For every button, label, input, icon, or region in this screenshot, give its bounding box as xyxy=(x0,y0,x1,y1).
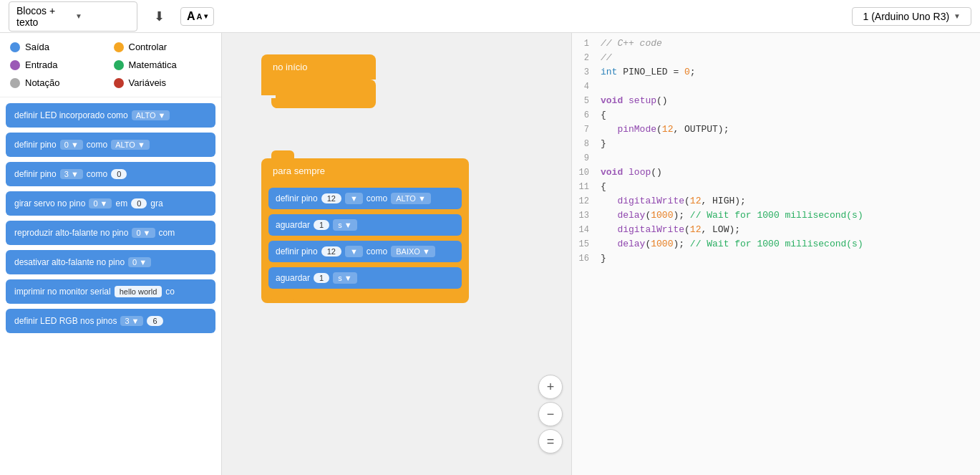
block-buzzer-stop[interactable]: desativar alto-falante no pino 0 ▼ xyxy=(6,250,215,274)
hat-block-container: no início xyxy=(261,54,376,108)
sidebar-item-matematica[interactable]: Matemática xyxy=(114,58,212,72)
mode-selector[interactable]: Blocos + texto ▼ xyxy=(9,1,137,32)
canvas-area[interactable]: no início para sempre definir pino 12 ▼ xyxy=(222,33,571,475)
line-number-11: 11 xyxy=(572,181,601,192)
cb3-state[interactable]: BAIXO ▼ xyxy=(391,246,435,257)
main-content: Saída Controlar Entrada Matemática Notaç… xyxy=(0,33,980,475)
sidebar-item-variaveis[interactable]: Variáveis xyxy=(114,76,212,90)
loop-bottom xyxy=(261,293,469,303)
token-plain xyxy=(601,224,617,235)
download-button[interactable]: ⬇ xyxy=(146,5,172,28)
line-code-6: { xyxy=(601,110,980,120)
block-buzzer-play[interactable]: reproduzir alto-falante no pino 0 ▼ com xyxy=(6,221,215,245)
token-plain: , HIGH); xyxy=(701,196,745,206)
block-serial-print-val[interactable]: hello world xyxy=(115,286,162,297)
token-function: digitalWrite xyxy=(617,224,684,235)
line-code-12: digitalWrite(12, HIGH); xyxy=(601,196,980,206)
loop-bottom-notch xyxy=(271,294,294,303)
block-set-pin-high[interactable]: definir pino 0 ▼ como ALTO ▼ xyxy=(6,133,215,157)
block-servo-deg[interactable]: 0 xyxy=(131,198,147,208)
cb4-text: aguardar xyxy=(276,273,310,283)
block-buzzer-stop-pin[interactable]: 0 ▼ xyxy=(128,257,151,267)
token-plain xyxy=(601,196,617,206)
token-plain: () xyxy=(651,167,662,178)
token-type: int xyxy=(601,67,617,77)
zoom-in-button[interactable]: + xyxy=(538,375,563,399)
block-servo[interactable]: girar servo no pino 0 ▼ em 0 gra xyxy=(6,191,215,216)
block-set-pin-val-text2: como xyxy=(87,169,107,179)
code-line-8: 8} xyxy=(572,138,980,152)
block-set-pin-high-state[interactable]: ALTO ▼ xyxy=(111,140,150,150)
cb1-pin[interactable]: 12 xyxy=(321,193,341,203)
cb2-val[interactable]: 1 xyxy=(314,220,329,230)
line-code-8: } xyxy=(601,138,980,149)
block-set-pin-val[interactable]: definir pino 3 ▼ como 0 xyxy=(6,162,215,186)
token-plain: ; xyxy=(690,67,696,77)
block-set-pin-val-text1: definir pino xyxy=(14,169,57,179)
block-rgb-led-text: definir LED RGB nos pinos xyxy=(14,316,117,326)
hat-block[interactable]: no início xyxy=(261,54,376,108)
code-editor[interactable]: 1// C++ code2//3int PINO_LED = 0;45void … xyxy=(572,33,980,475)
sidebar-item-saida[interactable]: Saída xyxy=(10,40,108,54)
cb3-pin[interactable]: 12 xyxy=(321,246,341,256)
token-plain: } xyxy=(601,253,606,264)
zoom-out-button[interactable]: − xyxy=(538,402,563,426)
code-line-3: 3int PINO_LED = 0; xyxy=(572,66,980,80)
cb1-pin-arrow[interactable]: ▼ xyxy=(345,193,363,204)
cb4-val[interactable]: 1 xyxy=(314,273,329,283)
token-keyword: void xyxy=(601,95,623,106)
line-number-2: 2 xyxy=(572,52,601,63)
block-set-pin-val-value[interactable]: 0 xyxy=(111,169,127,179)
block-buzzer-play-pin[interactable]: 0 ▼ xyxy=(132,228,155,238)
line-number-5: 5 xyxy=(572,95,601,106)
block-rgb-led[interactable]: definir LED RGB nos pinos 3 ▼ 6 xyxy=(6,309,215,333)
block-serial-print[interactable]: imprimir no monitor serial hello world c… xyxy=(6,279,215,304)
block-servo-pin[interactable]: 0 ▼ xyxy=(89,198,112,208)
canvas-block-wait1[interactable]: aguardar 1 s ▼ xyxy=(268,214,462,236)
canvas-block-set-high[interactable]: definir pino 12 ▼ como ALTO ▼ xyxy=(268,188,462,209)
block-rgb-led-pin1[interactable]: 3 ▼ xyxy=(120,316,143,326)
cb3-pin-arrow[interactable]: ▼ xyxy=(345,246,363,257)
token-plain: { xyxy=(601,181,606,192)
token-plain xyxy=(601,124,617,135)
sidebar-item-entrada[interactable]: Entrada xyxy=(10,58,108,72)
block-led-builtin-dropdown[interactable]: ALTO ▼ xyxy=(132,110,170,120)
cb2-text: aguardar xyxy=(276,220,310,230)
hat-label: no início xyxy=(261,54,376,80)
token-number: 12 xyxy=(690,196,702,206)
block-buzzer-play-text: reproduzir alto-falante no pino xyxy=(14,228,128,238)
device-label: 1 (Arduino Uno R3) xyxy=(863,11,949,22)
token-function: setup xyxy=(629,95,656,106)
code-line-12: 12 digitalWrite(12, HIGH); xyxy=(572,195,980,209)
block-led-builtin[interactable]: definir LED incorporado como ALTO ▼ xyxy=(6,103,215,128)
variaveis-dot xyxy=(114,78,124,88)
block-set-pin-high-val[interactable]: 0 ▼ xyxy=(60,140,83,150)
token-plain: ( xyxy=(684,224,690,235)
code-line-10: 10void loop() xyxy=(572,166,980,181)
sidebar-item-controlar[interactable]: Controlar xyxy=(114,40,212,54)
code-line-9: 9 xyxy=(572,152,980,166)
canvas-block-set-low[interactable]: definir pino 12 ▼ como BAIXO ▼ xyxy=(268,241,462,262)
cb4-unit[interactable]: s ▼ xyxy=(333,272,356,284)
token-plain: PINO_LED = xyxy=(617,67,684,77)
block-set-pin-val-pin[interactable]: 3 ▼ xyxy=(60,169,83,179)
device-selector[interactable]: 1 (Arduino Uno R3) ▼ xyxy=(852,7,971,26)
canvas-block-wait2[interactable]: aguardar 1 s ▼ xyxy=(268,267,462,289)
loop-hat[interactable]: para sempre xyxy=(261,158,469,183)
font-size-button[interactable]: A A ▾ xyxy=(180,7,214,26)
line-number-1: 1 xyxy=(572,38,601,49)
token-plain: ( xyxy=(684,196,690,206)
cb1-state[interactable]: ALTO ▼ xyxy=(391,193,431,204)
sidebar-item-notacao[interactable]: Notação xyxy=(10,76,108,90)
mode-label: Blocos + texto xyxy=(16,5,71,28)
block-serial-print-text: imprimir no monitor serial xyxy=(14,287,111,297)
line-number-6: 6 xyxy=(572,110,601,120)
token-number: 12 xyxy=(690,224,702,235)
zoom-reset-button[interactable]: = xyxy=(538,429,563,454)
line-code-2: // xyxy=(601,52,980,63)
line-number-15: 15 xyxy=(572,239,601,249)
hat-notch xyxy=(271,98,296,108)
block-rgb-led-pin2[interactable]: 6 xyxy=(147,316,162,326)
cb2-unit[interactable]: s ▼ xyxy=(333,219,356,231)
token-plain: () xyxy=(656,95,668,106)
